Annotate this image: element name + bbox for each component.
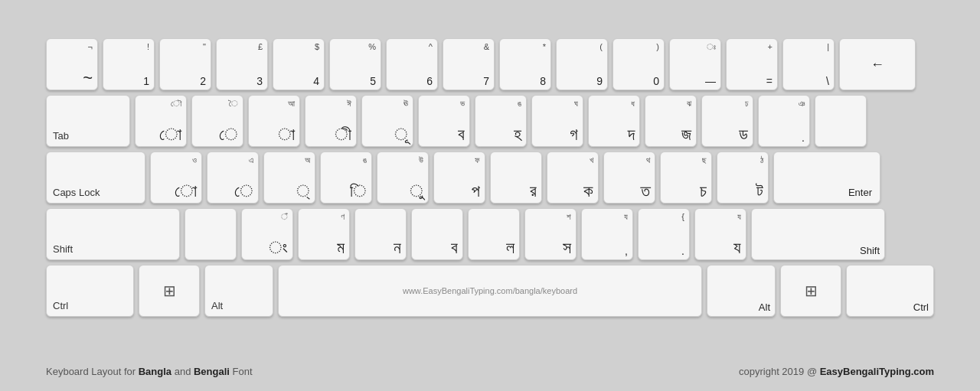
key-ctrl-left[interactable]: Ctrl: [46, 265, 134, 317]
key-capslock[interactable]: Caps Lock: [46, 152, 145, 204]
key-period[interactable]: { .: [638, 208, 690, 260]
key-b[interactable]: ব: [411, 208, 463, 260]
key-space[interactable]: www.EasyBengaliTyping.com/bangla/keyboar…: [278, 265, 702, 317]
key-equals[interactable]: + =: [726, 38, 778, 90]
key-8[interactable]: * 8: [499, 38, 551, 90]
key-apostrophe[interactable]: ঠ ট: [717, 152, 769, 204]
key-hash[interactable]: [815, 95, 867, 147]
windows-icon-right: ⊞: [805, 282, 818, 300]
key-e[interactable]: আ া: [248, 95, 300, 147]
key-o[interactable]: ধ দ: [588, 95, 640, 147]
key-i[interactable]: ঘ গ: [531, 95, 583, 147]
key-a[interactable]: ও ো: [150, 152, 202, 204]
key-slash[interactable]: য য: [694, 208, 746, 260]
key-4[interactable]: $ 4: [273, 38, 325, 90]
key-2[interactable]: " 2: [159, 38, 211, 90]
key-6[interactable]: ^ 6: [386, 38, 438, 90]
key-tab[interactable]: Tab: [46, 95, 130, 147]
key-w[interactable]: ৈ ে: [191, 95, 243, 147]
space-label: www.EasyBengaliTyping.com/bangla/keyboar…: [403, 286, 577, 295]
key-0[interactable]: ) 0: [612, 38, 665, 90]
key-f[interactable]: ঙ ি: [320, 152, 372, 204]
key-l[interactable]: থ ত: [603, 152, 655, 204]
key-g[interactable]: উ ু: [377, 152, 429, 204]
key-alt-left[interactable]: Alt: [204, 265, 273, 317]
key-n[interactable]: ল: [468, 208, 520, 260]
key-semicolon[interactable]: ছ চ: [660, 152, 712, 204]
windows-icon-left: ⊞: [163, 282, 176, 300]
key-q[interactable]: ৌ ো: [135, 95, 187, 147]
key-p[interactable]: ঝ জ: [645, 95, 697, 147]
key-win-right[interactable]: ⊞: [780, 265, 841, 317]
key-5[interactable]: % 5: [329, 38, 381, 90]
key-win-left[interactable]: ⊞: [139, 265, 200, 317]
key-h[interactable]: ফ প: [433, 152, 485, 204]
key-backslash[interactable]: | \: [782, 38, 835, 90]
key-k[interactable]: খ ক: [547, 152, 599, 204]
key-9[interactable]: ( 9: [556, 38, 608, 90]
key-c[interactable]: ণ ম: [298, 208, 350, 260]
key-r[interactable]: ঈ ী: [305, 95, 357, 147]
key-bracket-r[interactable]: ঞ .: [758, 95, 810, 147]
key-backtick[interactable]: ¬ ~: [46, 38, 98, 90]
key-1[interactable]: ! 1: [103, 38, 155, 90]
key-y[interactable]: ভ ব: [418, 95, 470, 147]
key-shift-left[interactable]: Shift: [46, 208, 180, 260]
row-tab: Tab ৌ ো ৈ ে আ া ঈ ী ঊ ূ ভ ব ঙ হ: [46, 95, 934, 147]
key-u[interactable]: ঙ হ: [475, 95, 527, 147]
key-minus[interactable]: ঃ —: [669, 38, 721, 90]
key-t[interactable]: ঊ ূ: [361, 95, 413, 147]
key-v[interactable]: ন: [354, 208, 407, 260]
key-7[interactable]: & 7: [443, 38, 495, 90]
footer-left: Keyboard Layout for Bangla and Bengali F…: [46, 366, 253, 377]
key-enter[interactable]: Enter: [773, 152, 880, 204]
key-comma[interactable]: য ,: [581, 208, 633, 260]
key-z[interactable]: [185, 208, 237, 260]
key-d[interactable]: অ ্: [263, 152, 315, 204]
keyboard: ¬ ~ ! 1 " 2 £ 3 $ 4 % 5 ^ 6 & 7: [46, 38, 934, 321]
key-backspace[interactable]: ←: [839, 38, 916, 90]
key-3[interactable]: £ 3: [216, 38, 268, 90]
key-j[interactable]: র: [490, 152, 542, 204]
key-ctrl-right[interactable]: Ctrl: [846, 265, 934, 317]
row-caps: Caps Lock ও ো এ ে অ ্ ঙ ি উ ু ফ প র: [46, 152, 934, 204]
key-shift-right[interactable]: Shift: [751, 208, 885, 260]
row-shift: Shift ঁ ং ণ ম ন ব ল শ স য: [46, 208, 934, 260]
key-m[interactable]: শ স: [524, 208, 577, 260]
row-numbers: ¬ ~ ! 1 " 2 £ 3 $ 4 % 5 ^ 6 & 7: [46, 38, 934, 90]
key-x[interactable]: ঁ ং: [241, 208, 293, 260]
key-bracket-l[interactable]: ঢ ড: [701, 95, 753, 147]
key-s[interactable]: এ ে: [207, 152, 259, 204]
row-bottom: Ctrl ⊞ Alt www.EasyBengaliTyping.com/ban…: [46, 265, 934, 317]
footer-right: copyright 2019 @ EasyBengaliTyping.com: [739, 366, 934, 377]
key-alt-right[interactable]: Alt: [707, 265, 776, 317]
